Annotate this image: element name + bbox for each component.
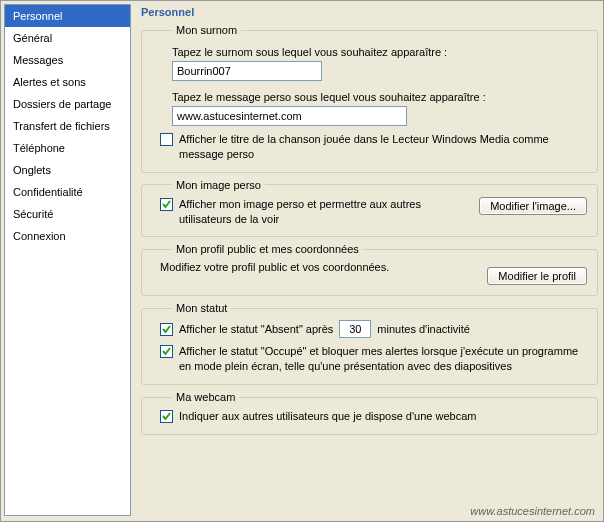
sidebar-item-securite[interactable]: Sécurité <box>5 203 130 225</box>
show-image-label: Afficher mon image perso et permettre au… <box>179 197 469 227</box>
legend-profil: Mon profil public et mes coordonnées <box>172 243 363 255</box>
nickname-label: Tapez le surnom sous lequel vous souhait… <box>172 46 587 58</box>
page-title: Personnel <box>141 6 600 18</box>
absent-minutes-input[interactable] <box>339 320 371 338</box>
options-window: Personnel Général Messages Alertes et so… <box>0 0 604 522</box>
modify-profile-button[interactable]: Modifier le profil <box>487 267 587 285</box>
group-profil: Mon profil public et mes coordonnées Mod… <box>141 243 598 296</box>
footer-watermark: www.astucesinternet.com <box>470 505 595 517</box>
personal-msg-input[interactable] <box>172 106 407 126</box>
sidebar-item-telephone[interactable]: Téléphone <box>5 137 130 159</box>
sidebar-item-confidentialite[interactable]: Confidentialité <box>5 181 130 203</box>
show-song-label: Afficher le titre de la chanson jouée da… <box>179 132 587 162</box>
webcam-checkbox[interactable] <box>160 410 173 423</box>
sidebar-item-messages[interactable]: Messages <box>5 49 130 71</box>
legend-webcam: Ma webcam <box>172 391 239 403</box>
sidebar-item-dossiers[interactable]: Dossiers de partage <box>5 93 130 115</box>
group-webcam: Ma webcam Indiquer aux autres utilisateu… <box>141 391 598 435</box>
show-song-checkbox[interactable] <box>160 133 173 146</box>
main-panel: Personnel Mon surnom Tapez le surnom sou… <box>139 4 600 518</box>
webcam-label: Indiquer aux autres utilisateurs que je … <box>179 409 587 424</box>
nickname-input[interactable] <box>172 61 322 81</box>
sidebar-item-general[interactable]: Général <box>5 27 130 49</box>
absent-label-after: minutes d'inactivité <box>377 323 470 335</box>
absent-label-before: Afficher le statut "Absent" après <box>179 323 333 335</box>
absent-checkbox[interactable] <box>160 323 173 336</box>
profil-text: Modifiez votre profil public et vos coor… <box>160 261 389 273</box>
modify-image-button[interactable]: Modifier l'image... <box>479 197 587 215</box>
legend-surnom: Mon surnom <box>172 24 241 36</box>
sidebar-item-onglets[interactable]: Onglets <box>5 159 130 181</box>
sidebar-item-connexion[interactable]: Connexion <box>5 225 130 247</box>
sidebar-item-personnel[interactable]: Personnel <box>5 5 130 27</box>
sidebar-item-alertes[interactable]: Alertes et sons <box>5 71 130 93</box>
sidebar: Personnel Général Messages Alertes et so… <box>4 4 131 516</box>
sidebar-item-transfert[interactable]: Transfert de fichiers <box>5 115 130 137</box>
occupe-checkbox[interactable] <box>160 345 173 358</box>
legend-statut: Mon statut <box>172 302 231 314</box>
group-statut: Mon statut Afficher le statut "Absent" a… <box>141 302 598 385</box>
group-surnom: Mon surnom Tapez le surnom sous lequel v… <box>141 24 598 173</box>
personal-msg-label: Tapez le message perso sous lequel vous … <box>172 91 587 103</box>
group-image: Mon image perso Afficher mon image perso… <box>141 179 598 238</box>
occupe-label: Afficher le statut "Occupé" et bloquer m… <box>179 344 587 374</box>
show-image-checkbox[interactable] <box>160 198 173 211</box>
legend-image: Mon image perso <box>172 179 265 191</box>
